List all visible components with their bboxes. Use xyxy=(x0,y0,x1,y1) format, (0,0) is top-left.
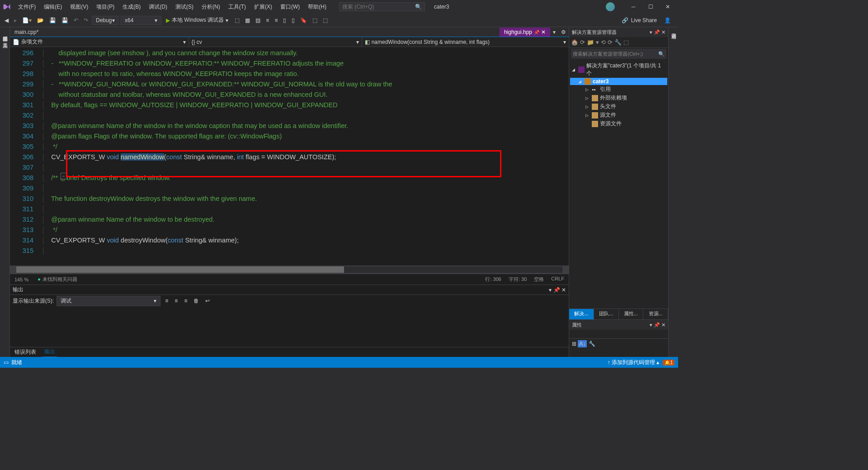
output-body[interactable] xyxy=(10,307,569,347)
nav-member[interactable]: ◧namedWindow(const String & winname, int… xyxy=(362,37,569,47)
search-input[interactable] xyxy=(342,4,410,10)
minimize-button[interactable]: ─ xyxy=(626,1,641,12)
zoom-level[interactable]: 145 % xyxy=(14,277,28,282)
line-ending: CRLF xyxy=(551,276,564,283)
menu-item[interactable]: 视图(V) xyxy=(66,1,92,13)
pin-icon[interactable]: 📌 xyxy=(534,30,539,35)
tab-team[interactable]: 团队... xyxy=(594,309,619,319)
toolbox-tab[interactable]: 工具箱 xyxy=(3,37,8,42)
tb-icon[interactable]: 🔧 xyxy=(614,39,622,46)
global-search[interactable]: 🔍 xyxy=(339,2,425,11)
nav-fwd-button[interactable]: ▸ xyxy=(12,16,19,24)
menu-item[interactable]: 分析(N) xyxy=(198,1,224,13)
tab-properties[interactable]: 属性... xyxy=(619,309,644,319)
live-share-button[interactable]: 🔗 Live Share 👤 xyxy=(617,17,675,24)
undo-button[interactable]: ↶ xyxy=(72,16,80,24)
panel-pin-icon[interactable]: 📌 xyxy=(654,29,660,35)
output-wrap-icon[interactable]: ↩ xyxy=(203,297,212,305)
tb-icon[interactable]: ⟳ xyxy=(608,39,613,46)
output-clear-icon[interactable]: 🗑 xyxy=(192,297,201,305)
right-tool-strip[interactable]: 测通口看 xyxy=(668,27,678,357)
config-dropdown[interactable]: Debug▾ xyxy=(92,16,119,25)
output-tool-icon[interactable]: ≡ xyxy=(182,297,189,305)
prop-tool-icon[interactable]: 🔧 xyxy=(589,341,595,347)
solution-search[interactable]: 搜索解决方案资源管理器(Ctrl+;)🔍 xyxy=(571,49,666,59)
prop-sort-icon[interactable]: A↓ xyxy=(578,340,587,347)
project-icon xyxy=(585,78,591,85)
output-pin-icon[interactable]: 📌 xyxy=(553,287,560,293)
tab-highgui-hpp[interactable]: highgui.hpp📌✕ xyxy=(500,28,550,37)
tb-icon[interactable]: ▦ xyxy=(243,16,252,24)
tb-icon[interactable]: ▯ xyxy=(290,16,297,24)
tab-overflow-button[interactable]: ▾ xyxy=(550,28,558,37)
tab-output[interactable]: 输出 xyxy=(42,347,57,357)
tb-icon[interactable]: ▤ xyxy=(254,16,262,24)
panel-dropdown-icon[interactable]: ▾ xyxy=(650,29,652,35)
tb-icon[interactable]: ≡ xyxy=(273,16,279,24)
tb-icon[interactable]: ▯ xyxy=(281,16,288,24)
output-tool-icon[interactable]: ≡ xyxy=(173,297,179,305)
vs-logo-icon xyxy=(3,3,11,11)
tb-icon[interactable]: ⬚ xyxy=(311,16,319,24)
output-tool-icon[interactable]: ≡ xyxy=(163,297,170,305)
output-dropdown-icon[interactable]: ▾ xyxy=(549,287,552,293)
output-source-dropdown[interactable]: 调试▾ xyxy=(57,296,160,306)
redo-button[interactable]: ↷ xyxy=(82,16,90,24)
new-item-button[interactable]: 📄▾ xyxy=(20,16,33,24)
nav-back-button[interactable]: ◀ xyxy=(3,16,10,24)
maximize-button[interactable]: ☐ xyxy=(643,1,658,12)
fold-icon[interactable]: − xyxy=(61,173,67,179)
close-button[interactable]: ✕ xyxy=(660,1,675,12)
tb-icon[interactable]: ⟳ xyxy=(580,39,585,46)
panel-close-icon[interactable]: ✕ xyxy=(661,322,665,328)
insert-mode: 空格 xyxy=(534,276,544,283)
tb-icon[interactable]: ≡ xyxy=(264,16,271,24)
panel-dropdown-icon[interactable]: ▾ xyxy=(650,322,652,328)
editor-horizontal-scrollbar[interactable] xyxy=(10,266,569,274)
panel-close-icon[interactable]: ✕ xyxy=(661,29,665,35)
notifications-button[interactable]: 🔔1 xyxy=(663,360,675,366)
feedback-icon[interactable]: 👤 xyxy=(664,17,671,24)
tb-icon[interactable]: ⬚ xyxy=(233,16,241,24)
menu-item[interactable]: 项目(P) xyxy=(93,1,118,13)
tb-icon[interactable]: ⬚ xyxy=(623,39,629,46)
settings-icon[interactable]: ⚙ xyxy=(558,28,569,37)
prop-category-icon[interactable]: ⊞ xyxy=(572,341,576,347)
left-tool-strip[interactable]: 服务器资源管理器 工具箱 xyxy=(0,27,10,357)
platform-dropdown[interactable]: x64▾ xyxy=(121,16,161,25)
menu-item[interactable]: 帮助(H) xyxy=(304,1,330,13)
tab-solution[interactable]: 解决... xyxy=(569,309,594,319)
live-share-icon: 🔗 xyxy=(622,17,628,24)
tb-icon[interactable]: 📁 xyxy=(587,39,594,46)
tab-main-cpp[interactable]: main.cpp* xyxy=(10,28,43,37)
output-close-icon[interactable]: ✕ xyxy=(561,287,566,293)
menu-item[interactable]: 工具(T) xyxy=(225,1,250,13)
start-debug-button[interactable]: ▶本地 Windows 调试器▾ xyxy=(163,15,231,25)
nav-namespace[interactable]: {} cv▾ xyxy=(189,37,362,47)
save-all-button[interactable]: 💾 xyxy=(60,16,70,24)
open-button[interactable]: 📂 xyxy=(35,16,46,24)
solution-tree[interactable]: ◢解决方案"cater3"(1 个项目/共 1 个 ◢cater3 ▷▪▪引用 … xyxy=(569,60,668,309)
menu-item[interactable]: 调试(D) xyxy=(145,1,171,13)
menu-item[interactable]: 窗口(W) xyxy=(277,1,303,13)
tab-error-list[interactable]: 错误列表 xyxy=(13,347,38,357)
tb-icon[interactable]: ⬚ xyxy=(321,16,330,24)
code-editor[interactable]: 296│ displayed image (see imshow ), and … xyxy=(10,47,569,266)
server-explorer-tab[interactable]: 服务器资源管理器 xyxy=(3,30,8,35)
menu-item[interactable]: 测试(S) xyxy=(172,1,197,13)
close-tab-icon[interactable]: ✕ xyxy=(541,29,546,35)
save-button[interactable]: 💾 xyxy=(47,16,58,24)
menu-item[interactable]: 编辑(E) xyxy=(40,1,66,13)
user-avatar[interactable] xyxy=(606,2,615,11)
panel-pin-icon[interactable]: 📌 xyxy=(654,322,660,328)
tab-resources[interactable]: 资源... xyxy=(643,309,668,319)
menu-item[interactable]: 文件(F) xyxy=(14,1,39,13)
home-icon[interactable]: 🏠 xyxy=(571,39,578,46)
menu-item[interactable]: 生成(B) xyxy=(119,1,144,13)
tb-icon[interactable]: ⟲ xyxy=(601,39,606,46)
tb-icon[interactable]: ▾ xyxy=(596,39,599,46)
source-control-button[interactable]: ↑ 添加到源代码管理 ▴ xyxy=(608,359,660,366)
tb-icon[interactable]: 🔖 xyxy=(298,16,309,24)
menu-item[interactable]: 扩展(X) xyxy=(250,1,276,13)
nav-project[interactable]: 📄杂项文件▾ xyxy=(10,37,189,47)
